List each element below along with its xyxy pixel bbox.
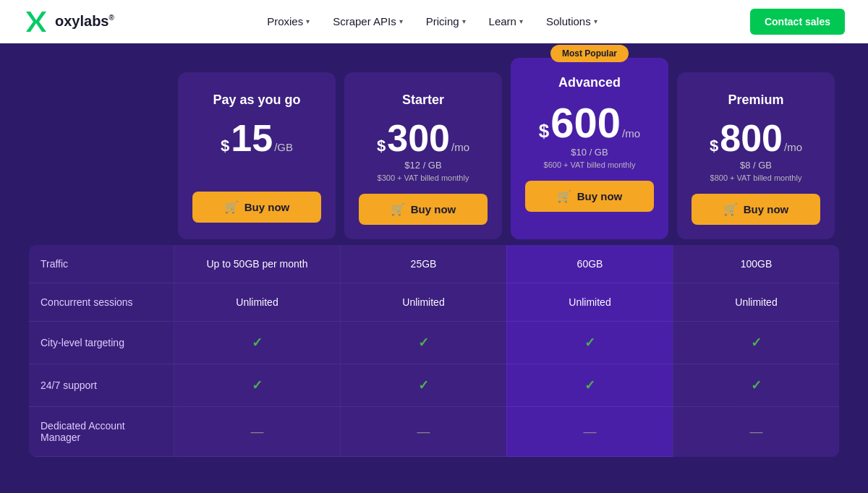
price-unit-advanced: /mo (622, 127, 640, 140)
feature-value-3-1: ✓ (340, 364, 506, 407)
plan-name-premium: Premium (728, 93, 783, 108)
plan-cards-row: Pay as you go $ 15 /GB 🛒 Buy now Starter… (29, 72, 839, 239)
price-unit-premium: /mo (784, 141, 802, 153)
feature-value-4-2: — (506, 407, 673, 457)
nav-solutions[interactable]: Solutions ▾ (537, 9, 606, 33)
feature-value-3-2: ✓ (506, 364, 673, 407)
nav-proxies[interactable]: Proxies ▾ (258, 9, 318, 33)
feature-label-4: Dedicated Account Manager (29, 407, 174, 457)
price-vat-starter: $300 + VAT billed monthly (378, 173, 469, 182)
empty-header (29, 72, 174, 239)
check-icon: ✓ (584, 377, 595, 393)
cart-icon: 🛒 (723, 202, 738, 216)
feature-value-1-2: Unlimited (506, 283, 673, 322)
feature-value-4-0: — (174, 407, 340, 457)
nav-scraper-apis[interactable]: Scraper APIs ▾ (324, 9, 412, 33)
feature-value-1-1: Unlimited (340, 283, 506, 322)
plan-card-advanced: Most Popular Advanced $ 600 /mo $10 / GB… (511, 58, 668, 239)
price-amount-payg: 15 (231, 119, 273, 157)
price-dollar-premium: $ (710, 137, 718, 155)
svg-marker-0 (26, 12, 46, 32)
nav-pricing[interactable]: Pricing ▾ (417, 9, 475, 33)
feature-value-2-0: ✓ (174, 322, 340, 364)
contact-sales-button[interactable]: Contact sales (750, 9, 845, 35)
plan-name-advanced: Advanced (558, 75, 621, 90)
price-per-gb-advanced: $10 / GB (571, 147, 608, 158)
price-dollar-starter: $ (377, 137, 386, 155)
dash-icon: — (417, 424, 430, 440)
plan-price-starter: $ 300 /mo (377, 119, 469, 157)
price-per-gb-starter: $12 / GB (404, 160, 441, 171)
feature-value-0-2: 60GB (506, 245, 673, 283)
feature-label-2: City-level targeting (29, 322, 174, 364)
check-icon: ✓ (584, 335, 595, 351)
navigation: oxylabs® Proxies ▾ Scraper APIs ▾ Pricin… (0, 0, 868, 43)
plan-name-payg: Pay as you go (213, 93, 300, 108)
dash-icon: — (584, 424, 597, 440)
check-icon: ✓ (252, 377, 263, 393)
buy-button-premium[interactable]: 🛒 Buy now (692, 194, 820, 225)
nav-learn[interactable]: Learn ▾ (480, 9, 532, 33)
plan-price-premium: $ 800 /mo (710, 119, 802, 157)
dash-icon: — (251, 424, 264, 440)
feature-label-0: Traffic (29, 245, 174, 283)
feature-value-1-0: Unlimited (174, 283, 340, 322)
feature-value-1-3: Unlimited (673, 283, 839, 322)
most-popular-badge: Most Popular (550, 45, 629, 62)
check-icon: ✓ (252, 335, 263, 351)
price-amount-advanced: 600 (550, 102, 621, 144)
price-amount-premium: 800 (720, 119, 783, 157)
nav-links: Proxies ▾ Scraper APIs ▾ Pricing ▾ Learn… (258, 9, 606, 33)
buy-button-payg[interactable]: 🛒 Buy now (192, 192, 321, 223)
feature-value-2-1: ✓ (340, 322, 506, 364)
feature-value-0-3: 100GB (673, 245, 839, 283)
feature-value-3-3: ✓ (673, 364, 839, 407)
price-vat-premium: $800 + VAT billed monthly (710, 173, 802, 182)
pricing-section: Pay as you go $ 15 /GB 🛒 Buy now Starter… (0, 43, 868, 493)
check-icon: ✓ (418, 335, 429, 351)
feature-value-3-0: ✓ (174, 364, 340, 407)
feature-value-0-0: Up to 50GB per month (174, 245, 340, 283)
cart-icon: 🛒 (557, 189, 571, 203)
chevron-down-icon: ▾ (519, 17, 523, 25)
chevron-down-icon: ▾ (399, 17, 403, 25)
chevron-down-icon: ▾ (306, 17, 310, 25)
price-unit-starter: /mo (451, 141, 469, 153)
feature-value-2-3: ✓ (673, 322, 839, 364)
feature-label-3: 24/7 support (29, 364, 174, 407)
check-icon: ✓ (751, 335, 762, 351)
feature-value-2-2: ✓ (506, 322, 673, 364)
feature-value-4-3: — (673, 407, 839, 457)
plan-price-payg: $ 15 /GB (221, 119, 293, 157)
check-icon: ✓ (751, 377, 762, 393)
plan-card-premium: Premium $ 800 /mo $8 / GB $800 + VAT bil… (677, 72, 835, 239)
price-dollar-payg: $ (221, 137, 229, 155)
price-vat-advanced: $600 + VAT billed monthly (544, 160, 636, 169)
logo-text: oxylabs® (55, 13, 114, 30)
buy-button-advanced[interactable]: 🛒 Buy now (525, 181, 654, 212)
features-table: TrafficUp to 50GB per month25GB60GB100GB… (29, 245, 839, 457)
feature-label-1: Concurrent sessions (29, 283, 174, 322)
pricing-wrapper: Pay as you go $ 15 /GB 🛒 Buy now Starter… (29, 72, 839, 457)
logo[interactable]: oxylabs® (23, 9, 114, 35)
chevron-down-icon: ▾ (594, 17, 597, 25)
price-unit-payg: /GB (274, 141, 293, 153)
check-icon: ✓ (418, 377, 429, 393)
feature-value-4-1: — (340, 407, 506, 457)
feature-value-0-1: 25GB (340, 245, 506, 283)
plan-card-payg: Pay as you go $ 15 /GB 🛒 Buy now (178, 72, 336, 239)
dash-icon: — (750, 424, 763, 440)
price-per-gb-premium: $8 / GB (740, 160, 772, 171)
cart-icon: 🛒 (391, 202, 405, 216)
buy-button-starter[interactable]: 🛒 Buy now (359, 194, 488, 225)
plan-card-starter: Starter $ 300 /mo $12 / GB $300 + VAT bi… (344, 72, 502, 239)
price-amount-starter: 300 (387, 119, 450, 157)
chevron-down-icon: ▾ (462, 17, 466, 25)
plan-name-starter: Starter (402, 93, 444, 108)
price-dollar-advanced: $ (539, 120, 549, 142)
cart-icon: 🛒 (224, 200, 239, 214)
plan-price-advanced: $ 600 /mo (539, 102, 640, 144)
